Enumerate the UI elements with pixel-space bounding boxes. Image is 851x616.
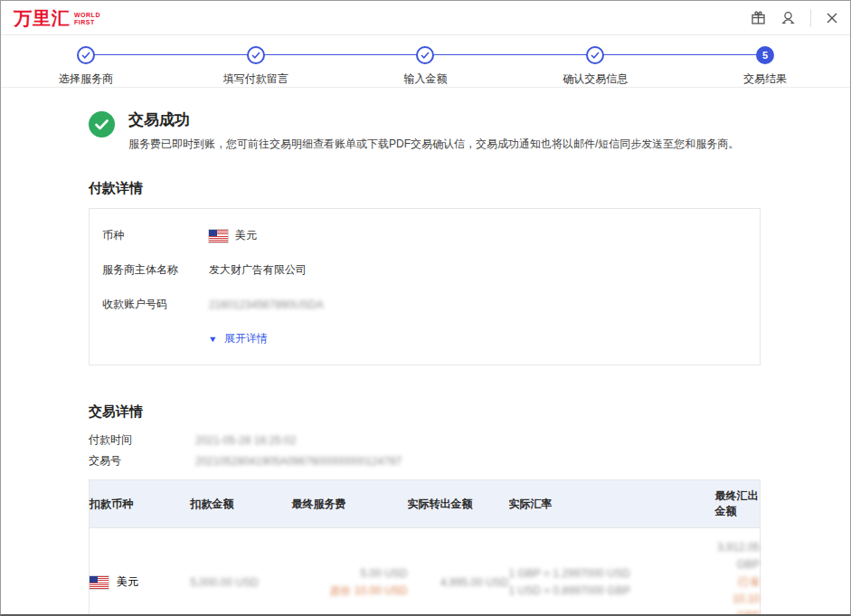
step-confirm-info: 确认交易信息 xyxy=(510,46,680,87)
row-currency: 美元 xyxy=(117,574,138,590)
account-label: 收款账户号码 xyxy=(102,297,209,312)
step-enter-amount: 输入金额 xyxy=(341,46,511,87)
transaction-id-value-redacted: 20210528041905A0967600000000124787 xyxy=(195,455,402,468)
row-debit-amount-redacted: 5,000.00 USD xyxy=(191,528,292,616)
table-row: 美元 5,000.00 USD 5.00 USD 原价 10.00 USD 4,… xyxy=(90,528,761,616)
step-label: 确认交易信息 xyxy=(563,71,628,87)
step-number-badge: 5 xyxy=(756,46,774,64)
step-payment-note: 填写付款留言 xyxy=(171,46,341,87)
row-fee-original-redacted: 原价 10.00 USD xyxy=(292,583,408,600)
step-check-icon xyxy=(247,46,265,64)
currency-label: 币种 xyxy=(102,228,209,243)
row-rate1-redacted: 1 GBP = 1.2997000 USD xyxy=(509,565,715,583)
payment-details-heading: 付款详情 xyxy=(89,180,761,197)
success-title: 交易成功 xyxy=(128,109,739,130)
chevron-down-icon: ▼ xyxy=(208,335,218,344)
success-description: 服务费已即时到账，您可前往交易明细查看账单或下载PDF交易确认信，交易成功通知也… xyxy=(128,137,739,152)
worldfirst-logo: 万里汇 WORLD FIRST xyxy=(14,8,100,28)
step-result: 5 交易结果 xyxy=(680,46,850,87)
row-fee-redacted: 5.00 USD xyxy=(292,565,408,583)
us-flag-icon xyxy=(209,230,228,242)
account-value-redacted: 21601234567890USDA xyxy=(209,299,324,311)
transaction-table: 扣款币种 扣款金额 最终服务费 实际转出金额 实际汇率 最终汇出金额 美元 xyxy=(89,479,761,616)
merchant-row: 服务商主体名称 发大财广告有限公司 xyxy=(102,262,747,278)
app-window: 万里汇 WORLD FIRST xyxy=(0,0,851,616)
us-flag-icon xyxy=(90,576,109,589)
transaction-details-heading: 交易详情 xyxy=(89,403,761,421)
account-row: 收款账户号码 21601234567890USDA xyxy=(102,297,747,312)
col-actual-rate: 实际汇率 xyxy=(509,480,715,528)
row-final-amount-redacted: 3,912.05 GBP xyxy=(715,539,761,573)
transaction-id-row: 交易号 20210528041905A0967600000000124787 xyxy=(89,453,761,469)
step-label: 选择服务商 xyxy=(59,71,113,87)
pay-time-row: 付款时间 2021-05-28 16:25:02 xyxy=(89,432,761,448)
merchant-label: 服务商主体名称 xyxy=(102,262,209,278)
col-debit-amount: 扣款金额 xyxy=(191,480,292,528)
row-final-saving-redacted: 已省 10.10 GBP xyxy=(715,573,761,616)
col-final-remit: 最终汇出金额 xyxy=(715,480,761,528)
payment-details-card: 币种 美元 服务商主体名称 发大财广告有限公司 收款账户号码 216012345… xyxy=(89,208,761,365)
pay-time-label: 付款时间 xyxy=(89,432,195,448)
step-check-icon xyxy=(416,46,434,64)
success-banner: 交易成功 服务费已即时到账，您可前往交易明细查看账单或下载PDF交易确认信，交易… xyxy=(89,109,761,152)
step-label: 填写付款留言 xyxy=(223,71,288,87)
merchant-value: 发大财广告有限公司 xyxy=(209,262,307,278)
step-label: 输入金额 xyxy=(403,71,447,87)
payment-expand-details-link[interactable]: ▼ 展开详情 xyxy=(209,331,747,346)
row-transfer-amount-redacted: 4,995.00 USD xyxy=(408,528,509,616)
transaction-id-label: 交易号 xyxy=(89,453,195,469)
table-header-row: 扣款币种 扣款金额 最终服务费 实际转出金额 实际汇率 最终汇出金额 xyxy=(90,480,761,528)
currency-value: 美元 xyxy=(235,228,257,243)
row-rate2-redacted: 1 USD = 0.8997000 GBP xyxy=(509,583,715,600)
close-icon[interactable] xyxy=(826,12,838,24)
gift-icon[interactable] xyxy=(751,10,766,25)
col-actual-transfer: 实际转出金额 xyxy=(408,480,509,528)
step-check-icon xyxy=(77,46,95,64)
header-divider xyxy=(810,9,811,27)
logo-text-en: WORLD FIRST xyxy=(74,12,100,28)
top-bar: 万里汇 WORLD FIRST xyxy=(1,1,850,35)
main-content: 交易成功 服务费已即时到账，您可前往交易明细查看账单或下载PDF交易确认信，交易… xyxy=(1,109,850,616)
step-check-icon xyxy=(586,46,604,64)
step-select-provider: 选择服务商 xyxy=(1,46,171,87)
user-icon[interactable] xyxy=(780,10,796,25)
logo-text-cn: 万里汇 xyxy=(14,8,71,28)
progress-stepper: 选择服务商 填写付款留言 输入金额 确认交易信息 xyxy=(1,35,850,88)
currency-row: 币种 美元 xyxy=(102,228,747,243)
col-debit-currency: 扣款币种 xyxy=(90,480,191,528)
step-label: 交易结果 xyxy=(743,71,787,87)
pay-time-value-redacted: 2021-05-28 16:25:02 xyxy=(195,434,296,447)
success-check-icon xyxy=(89,111,115,137)
col-final-fee: 最终服务费 xyxy=(292,480,408,528)
